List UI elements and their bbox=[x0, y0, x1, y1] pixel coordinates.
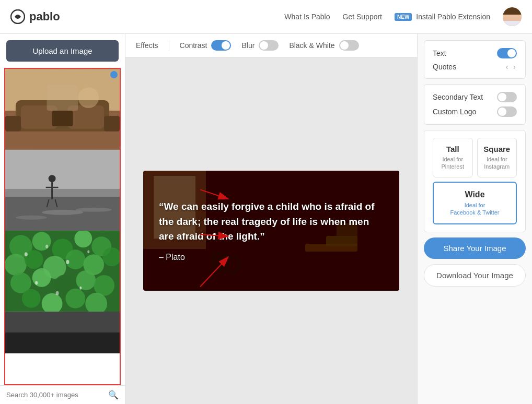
image-item-dark[interactable] bbox=[5, 312, 120, 353]
bw-group: Black & White bbox=[289, 40, 358, 51]
svg-point-38 bbox=[94, 275, 114, 296]
quotes-next[interactable]: › bbox=[512, 63, 517, 71]
main-layout: Upload an Image bbox=[0, 34, 532, 404]
custom-logo-toggle[interactable] bbox=[497, 106, 517, 117]
contrast-toggle[interactable] bbox=[211, 40, 231, 51]
nav: What Is Pablo Get Support NEW Install Pa… bbox=[284, 7, 522, 26]
text-label: Text bbox=[433, 49, 446, 57]
secondary-text-row: Secondary Text bbox=[433, 92, 517, 102]
header: pablo What Is Pablo Get Support NEW Inst… bbox=[0, 0, 532, 34]
nav-what-is-pablo[interactable]: What Is Pablo bbox=[284, 13, 330, 21]
svg-rect-7 bbox=[104, 116, 120, 132]
logo[interactable]: pablo bbox=[10, 9, 60, 24]
canvas-image[interactable]: “We can easily forgive a child who is af… bbox=[143, 171, 399, 291]
blur-group: Blur bbox=[241, 40, 279, 51]
text-row: Text bbox=[433, 48, 517, 58]
svg-point-43 bbox=[25, 252, 28, 256]
text-quotes-panel: Text Quotes ‹ › bbox=[424, 40, 526, 79]
svg-rect-9 bbox=[52, 111, 73, 126]
svg-point-45 bbox=[66, 260, 69, 264]
upload-button[interactable]: Upload an Image bbox=[6, 40, 119, 62]
size-tall-button[interactable]: Tall Ideal forPinterest bbox=[433, 138, 473, 177]
quotes-nav: ‹ › bbox=[505, 63, 517, 71]
size-wide-name: Wide bbox=[438, 190, 512, 199]
avatar[interactable] bbox=[503, 7, 522, 26]
svg-point-21 bbox=[75, 208, 112, 212]
clover-svg bbox=[5, 231, 120, 312]
svg-point-41 bbox=[65, 289, 85, 308]
secondary-panel: Secondary Text Custom Logo bbox=[424, 84, 526, 125]
avatar-shirt bbox=[503, 21, 522, 26]
canvas-quote[interactable]: “We can easily forgive a child who is af… bbox=[159, 199, 384, 244]
svg-point-47 bbox=[35, 281, 38, 284]
secondary-toggle[interactable] bbox=[497, 92, 517, 102]
secondary-slider bbox=[497, 92, 517, 102]
custom-logo-slider bbox=[497, 106, 517, 117]
canvas-author[interactable]: – Plato bbox=[159, 253, 384, 262]
canvas-area: “We can easily forgive a child who is af… bbox=[125, 57, 417, 404]
toolbar: Effects Contrast Blur Black & White bbox=[125, 34, 417, 57]
toolbar-separator-1 bbox=[169, 40, 169, 51]
size-square-name: Square bbox=[482, 145, 513, 153]
contrast-slider bbox=[211, 40, 231, 51]
left-sidebar: Upload an Image bbox=[0, 34, 125, 404]
couch-svg bbox=[5, 69, 120, 150]
custom-logo-label: Custom Logo bbox=[433, 108, 476, 116]
quotes-prev[interactable]: ‹ bbox=[505, 63, 510, 71]
dark-image[interactable] bbox=[5, 312, 120, 353]
size-square-button[interactable]: Square Ideal forInstagram bbox=[477, 138, 517, 177]
beach-image[interactable] bbox=[5, 150, 120, 231]
bw-slider bbox=[339, 40, 359, 51]
contrast-label: Contrast bbox=[180, 41, 207, 50]
svg-point-37 bbox=[76, 270, 96, 290]
svg-rect-8 bbox=[47, 85, 78, 111]
search-input[interactable] bbox=[6, 391, 104, 399]
svg-point-49 bbox=[79, 287, 82, 290]
clover-image[interactable] bbox=[5, 231, 120, 312]
center-canvas: Effects Contrast Blur Black & White bbox=[125, 34, 417, 404]
svg-rect-6 bbox=[5, 116, 21, 132]
size-panel: Tall Ideal forPinterest Square Ideal for… bbox=[424, 130, 526, 232]
svg-point-39 bbox=[22, 289, 41, 308]
svg-rect-11 bbox=[5, 150, 120, 192]
image-list[interactable] bbox=[4, 68, 121, 385]
share-button[interactable]: Share Your Image bbox=[424, 237, 526, 259]
image-item-beach[interactable] bbox=[5, 150, 120, 231]
canvas-overlay-text[interactable]: “We can easily forgive a child who is af… bbox=[143, 171, 399, 291]
download-button[interactable]: Download Your Image bbox=[424, 264, 526, 287]
right-sidebar: Text Quotes ‹ › Secondary Text bbox=[417, 34, 532, 404]
quotes-row: Quotes ‹ › bbox=[433, 63, 517, 71]
svg-point-28 bbox=[5, 254, 27, 276]
svg-point-46 bbox=[87, 250, 89, 253]
svg-point-35 bbox=[32, 268, 51, 287]
bw-toggle[interactable] bbox=[339, 40, 359, 51]
image-item-couch[interactable] bbox=[5, 69, 120, 150]
couch-image[interactable] bbox=[5, 69, 120, 150]
svg-point-10 bbox=[78, 87, 99, 108]
size-tall-name: Tall bbox=[437, 145, 468, 153]
text-toggle[interactable] bbox=[497, 48, 517, 58]
size-square-sub: Ideal forInstagram bbox=[482, 156, 513, 171]
nav-get-support[interactable]: Get Support bbox=[343, 13, 383, 21]
effects-label: Effects bbox=[136, 41, 158, 50]
nav-extension[interactable]: NEW Install Pablo Extension bbox=[395, 13, 490, 21]
beach-svg bbox=[5, 150, 120, 231]
svg-point-29 bbox=[25, 250, 43, 269]
pablo-logo-icon bbox=[10, 9, 25, 24]
avatar-hair bbox=[503, 7, 522, 15]
svg-point-24 bbox=[32, 232, 51, 251]
search-bar: 🔍 bbox=[0, 385, 125, 404]
svg-point-15 bbox=[49, 175, 56, 182]
size-wide-button[interactable]: Wide Ideal forFacebook & Twitter bbox=[433, 182, 517, 225]
svg-point-44 bbox=[45, 245, 48, 248]
nav-extension-label: Install Pablo Extension bbox=[416, 13, 490, 21]
svg-point-48 bbox=[56, 291, 59, 295]
logo-text: pablo bbox=[29, 10, 60, 23]
quotes-label: Quotes bbox=[433, 63, 456, 71]
blur-toggle[interactable] bbox=[259, 40, 279, 51]
svg-rect-13 bbox=[5, 189, 120, 197]
size-wide-sub: Ideal forFacebook & Twitter bbox=[438, 201, 512, 217]
search-icon[interactable]: 🔍 bbox=[108, 390, 119, 400]
avatar-face bbox=[503, 7, 522, 26]
image-item-clover[interactable] bbox=[5, 231, 120, 312]
